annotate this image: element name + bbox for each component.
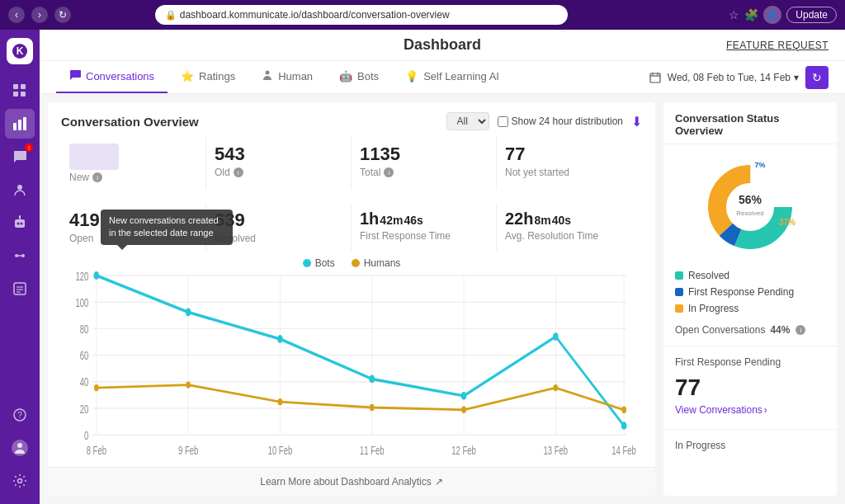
- svg-text:9 Feb: 9 Feb: [178, 444, 199, 457]
- sidebar-item-bot[interactable]: [5, 208, 35, 238]
- right-panel: Conversation Status Overview: [663, 102, 837, 496]
- svg-point-62: [277, 335, 283, 343]
- tab-self-learning[interactable]: 💡 Self Learning AI: [392, 61, 512, 93]
- resolved-legend-dot: [675, 271, 683, 280]
- left-panel: Conversation Overview All Show 24 hour d…: [48, 102, 655, 496]
- svg-point-68: [186, 381, 191, 388]
- svg-point-27: [266, 71, 270, 75]
- reload-button[interactable]: ↻: [54, 7, 71, 23]
- svg-point-26: [18, 479, 22, 483]
- svg-point-69: [278, 398, 283, 405]
- chart-svg: 0 20 40 60 80 100 120 8 Feb 9 Feb 10 Feb…: [61, 276, 642, 460]
- svg-point-12: [21, 223, 23, 225]
- feature-request-link[interactable]: FEATURE REQUEST: [726, 40, 828, 51]
- show-24h-label[interactable]: Show 24 hour distribution: [498, 115, 623, 127]
- svg-text:120: 120: [75, 270, 88, 283]
- humans-legend-dot: [352, 259, 360, 267]
- svg-text:100: 100: [75, 296, 88, 309]
- total-info-icon[interactable]: i: [384, 167, 394, 177]
- chevron-down-icon: ▾: [794, 72, 799, 83]
- show-24h-checkbox[interactable]: [498, 116, 508, 127]
- chart-area: Bots Humans: [48, 257, 655, 467]
- stat-new-label: New i: [69, 172, 197, 183]
- conversations-tab-icon: [69, 69, 81, 83]
- svg-text:10 Feb: 10 Feb: [268, 444, 293, 457]
- stat-total-value: 1135: [360, 144, 488, 165]
- svg-point-72: [553, 384, 558, 391]
- sidebar-item-analytics[interactable]: [5, 109, 35, 139]
- sidebar: K ! ?: [0, 30, 40, 504]
- old-info-icon[interactable]: i: [234, 167, 243, 177]
- donut-center: [727, 184, 773, 230]
- bookmark-icon[interactable]: ☆: [729, 8, 739, 21]
- tab-human[interactable]: Human: [248, 61, 326, 93]
- svg-point-25: [17, 443, 22, 448]
- tab-bots[interactable]: 🤖 Bots: [326, 61, 392, 93]
- footer-learn-more[interactable]: Learn More about Dashboard Analytics ↗: [48, 467, 655, 496]
- date-filter-button[interactable]: Wed, 08 Feb to Tue, 14 Feb ▾: [668, 72, 799, 83]
- svg-text:56%: 56%: [739, 193, 762, 206]
- sidebar-item-user[interactable]: [5, 433, 35, 463]
- stat-total-label: Total i: [360, 167, 488, 178]
- refresh-button[interactable]: ↻: [805, 66, 828, 89]
- browser-bar: ‹ › ↻ 🔒 dashboard.kommunicate.io/dashboa…: [0, 0, 845, 30]
- legend-resolved: Resolved: [675, 270, 825, 281]
- profile-icon[interactable]: 👤: [763, 6, 781, 24]
- svg-text:60: 60: [80, 349, 89, 362]
- download-button[interactable]: ⬇: [631, 114, 642, 130]
- svg-text:Resolved: Resolved: [736, 210, 763, 217]
- tab-ratings[interactable]: ⭐ Ratings: [168, 61, 248, 93]
- sidebar-item-help[interactable]: ?: [5, 400, 35, 430]
- forward-button[interactable]: ›: [31, 7, 48, 23]
- sidebar-item-contacts[interactable]: [5, 175, 35, 205]
- chart-legend: Bots Humans: [61, 257, 642, 269]
- view-conversations-link-1[interactable]: View Conversations ›: [675, 404, 825, 416]
- svg-rect-4: [21, 84, 26, 89]
- svg-text:8 Feb: 8 Feb: [87, 444, 107, 457]
- in-progress-section: In Progress: [663, 429, 837, 468]
- svg-rect-2: [13, 84, 18, 89]
- stat-total: 1135 Total i: [352, 137, 497, 190]
- tooltip-box: New conversations created in the selecte…: [101, 210, 233, 245]
- svg-text:0: 0: [84, 429, 89, 442]
- open-conversations: Open Conversations 44% i: [663, 321, 837, 346]
- sidebar-item-conversations[interactable]: !: [5, 142, 35, 172]
- stat-old-label: Old i: [215, 167, 342, 178]
- sidebar-item-dashboard[interactable]: [5, 76, 35, 106]
- arrow-right-icon: ›: [764, 404, 767, 416]
- legend-first-response-pending: First Response Pending: [675, 286, 825, 298]
- filter-select[interactable]: All: [446, 112, 489, 130]
- legend-humans: Humans: [352, 257, 401, 269]
- svg-rect-7: [18, 120, 21, 130]
- svg-text:?: ?: [17, 411, 22, 420]
- new-info-icon[interactable]: i: [92, 172, 102, 182]
- svg-text:11 Feb: 11 Feb: [360, 444, 385, 457]
- stat-new: New i: [61, 137, 206, 190]
- svg-point-16: [21, 254, 25, 257]
- page-title: Dashboard: [314, 36, 571, 54]
- conversation-badge: !: [25, 144, 33, 152]
- back-button[interactable]: ‹: [8, 7, 25, 23]
- first-response-count: 77: [675, 374, 825, 401]
- sidebar-logo[interactable]: K: [7, 38, 33, 64]
- svg-point-64: [461, 392, 467, 400]
- first-response-section: First Response Pending 77 View Conversat…: [663, 346, 837, 426]
- svg-rect-10: [15, 219, 25, 228]
- update-button[interactable]: Update: [786, 7, 837, 23]
- svg-point-63: [369, 375, 375, 384]
- open-conversations-info-icon[interactable]: i: [795, 325, 805, 335]
- external-link-icon: ↗: [435, 476, 443, 488]
- sidebar-item-settings[interactable]: [5, 466, 35, 496]
- svg-rect-18: [14, 283, 26, 294]
- svg-point-67: [94, 384, 99, 391]
- svg-text:K: K: [17, 45, 24, 57]
- url-bar[interactable]: 🔒 dashboard.kommunicate.io/dashboard/con…: [155, 5, 568, 25]
- svg-point-11: [17, 223, 20, 225]
- sidebar-item-integrations[interactable]: [5, 241, 35, 271]
- tab-conversations[interactable]: Conversations: [56, 61, 168, 93]
- svg-text:13 Feb: 13 Feb: [544, 444, 569, 457]
- sidebar-item-reports[interactable]: [5, 274, 35, 304]
- filter-row: All Show 24 hour distribution ⬇: [446, 112, 642, 130]
- extension-icon[interactable]: 🧩: [744, 8, 758, 21]
- browser-actions: ☆ 🧩 👤 Update: [729, 6, 837, 24]
